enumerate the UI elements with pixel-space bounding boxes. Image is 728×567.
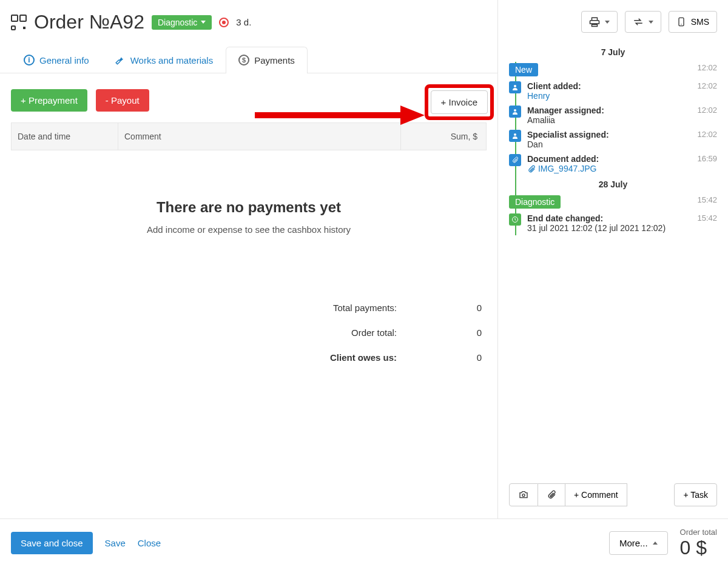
add-comment-button[interactable]: + Comment	[565, 483, 627, 506]
timeline-badge-diagnostic: Diagnostic 15:42	[509, 193, 717, 211]
total-payments-label: Total payments:	[333, 303, 397, 313]
info-icon: i	[24, 55, 35, 65]
timeline-item-manager: Manager assigned: Amaliia 12:02	[509, 103, 717, 127]
sms-label: SMS	[691, 17, 709, 27]
tab-works-materials[interactable]: Works and materials	[102, 47, 226, 73]
timeline-title: Manager assigned:	[527, 106, 604, 115]
sms-button[interactable]: SMS	[669, 11, 717, 33]
timeline-badge-new: New 12:02	[509, 61, 717, 79]
timeline-value: Amaliia	[527, 115, 555, 125]
clip-icon	[509, 154, 521, 166]
timeline-item-client: Client added: Henry 12:02	[509, 79, 717, 103]
client-owes-label: Client owes us:	[330, 352, 397, 363]
attachment-icon	[527, 165, 536, 173]
timeline-title: Client added:	[527, 81, 581, 91]
col-date: Date and time	[12, 123, 118, 150]
col-sum: Sum, $	[401, 123, 486, 150]
timeline-time: 12:02	[697, 63, 717, 72]
col-comment: Comment	[118, 123, 401, 150]
person-icon	[509, 106, 521, 118]
svg-point-7	[522, 494, 525, 497]
timeline-value: Dan	[527, 139, 543, 149]
chevron-down-icon	[649, 21, 653, 24]
transfer-dropdown[interactable]	[625, 11, 661, 33]
empty-title: There are no payments yet	[12, 199, 485, 216]
timeline-title: Document added:	[527, 154, 599, 164]
person-icon	[509, 130, 521, 142]
chevron-up-icon	[653, 542, 658, 545]
paperclip-icon	[547, 490, 556, 500]
timeline-time: 12:02	[697, 106, 717, 115]
total-payments-value: 0	[445, 303, 482, 313]
tab-general-info[interactable]: i General info	[11, 47, 102, 73]
order-total-value: 0	[445, 327, 482, 338]
timeline: 7 July New 12:02 Client added: Henry 12:…	[498, 44, 728, 235]
svg-point-3	[681, 24, 681, 24]
prepayment-button[interactable]: + Prepayment	[11, 89, 87, 112]
payout-button[interactable]: - Payout	[96, 89, 149, 112]
clock-icon	[509, 213, 521, 226]
target-icon	[219, 18, 229, 27]
attach-button[interactable]	[538, 483, 565, 506]
svg-rect-2	[679, 18, 684, 25]
timeline-time: 15:42	[697, 195, 717, 204]
timeline-date-2: 28 July	[509, 176, 717, 193]
timeline-time: 16:59	[697, 154, 717, 163]
order-total-label: Order total:	[351, 327, 397, 338]
timeline-link[interactable]: IMG_9947.JPG	[538, 164, 597, 173]
timeline-title: End date changed:	[527, 213, 603, 223]
phone-icon	[676, 16, 686, 27]
transfer-icon	[633, 16, 644, 27]
tab-payments[interactable]: $ Payments	[226, 47, 308, 73]
client-icon	[509, 81, 521, 93]
payments-table-header: Date and time Comment Sum, $	[11, 122, 487, 150]
svg-point-5	[514, 133, 516, 136]
printer-icon	[589, 16, 600, 27]
order-title: Order №A92	[34, 11, 144, 33]
close-button[interactable]: Close	[138, 538, 161, 548]
status-badge[interactable]: Diagnostic	[152, 15, 212, 30]
order-total-label: Order total	[680, 528, 717, 537]
timeline-item-enddate: End date changed: 31 jul 2021 12:02 (12 …	[509, 211, 717, 235]
badge-diagnostic: Diagnostic	[509, 195, 561, 209]
timeline-item-specialist: Specialist assigned: Dan 12:02	[509, 127, 717, 152]
client-owes-value: 0	[445, 352, 482, 363]
tab-works-label: Works and materials	[130, 55, 213, 65]
totals-block: Total payments: 0 Order total: 0 Client …	[11, 295, 487, 370]
empty-state: There are no payments yet Add income or …	[0, 150, 497, 259]
order-total-value: 0 $	[680, 537, 717, 559]
side-footer: + Comment + Task	[509, 483, 717, 506]
tab-payments-label: Payments	[254, 55, 295, 65]
timeline-time: 12:02	[697, 130, 717, 139]
badge-new: New	[509, 63, 538, 76]
timeline-item-document: Document added: IMG_9947.JPG 16:59	[509, 152, 717, 176]
empty-subtitle: Add income or expense to see the cashbox…	[12, 224, 485, 235]
timeline-link[interactable]: Henry	[527, 91, 550, 101]
svg-point-4	[514, 109, 516, 112]
duration-text: 3 d.	[236, 17, 251, 27]
add-task-button[interactable]: + Task	[674, 483, 717, 506]
timeline-title: Specialist assigned:	[527, 130, 609, 139]
timeline-time: 15:42	[697, 213, 717, 223]
wrench-icon	[115, 55, 126, 65]
camera-button[interactable]	[509, 483, 538, 506]
save-close-button[interactable]: Save and close	[11, 532, 93, 554]
camera-icon	[518, 490, 529, 500]
more-dropdown[interactable]: More...	[609, 531, 668, 555]
timeline-time: 12:02	[697, 81, 717, 90]
save-button[interactable]: Save	[105, 538, 126, 548]
invoice-callout: + Invoice	[425, 84, 494, 120]
order-total-footer: Order total 0 $	[674, 528, 717, 559]
invoice-button[interactable]: + Invoice	[431, 90, 488, 114]
timeline-date-1: 7 July	[509, 44, 717, 61]
tabs: i General info Works and materials $ Pay…	[0, 33, 497, 73]
chevron-down-icon	[201, 21, 206, 24]
dollar-icon: $	[238, 55, 249, 65]
timeline-value: 31 jul 2021 12:02 (12 jul 2021 12:02)	[527, 223, 666, 233]
status-label: Diagnostic	[158, 18, 197, 27]
chevron-down-icon	[605, 21, 610, 24]
print-dropdown[interactable]	[581, 11, 618, 33]
qr-icon[interactable]	[11, 15, 27, 30]
tab-general-label: General info	[39, 55, 89, 65]
more-label: More...	[619, 538, 648, 548]
